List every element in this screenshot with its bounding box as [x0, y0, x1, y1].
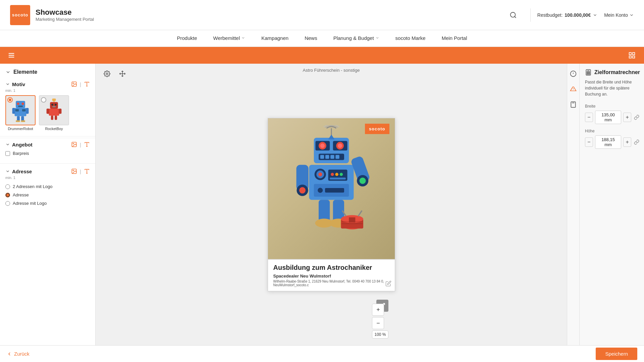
zoom-in-button[interactable]: + [372, 304, 384, 316]
navbar: Produkte Werbemittel Kampagnen News Plan… [0, 30, 644, 47]
adresse-option-1[interactable]: Adresse [5, 191, 90, 199]
svg-point-38 [73, 143, 73, 144]
svg-point-79 [359, 177, 366, 184]
edit-icon[interactable] [385, 281, 391, 288]
back-label: Zurück [14, 351, 30, 357]
svg-point-45 [106, 73, 108, 75]
svg-point-69 [339, 173, 343, 176]
crop-tool-button[interactable] [116, 68, 128, 80]
nav-planung-budget[interactable]: Planung & Budget [332, 30, 381, 47]
back-button[interactable]: Zurück [7, 351, 30, 357]
info-icon-button[interactable] [567, 68, 579, 80]
calculator-icon-button[interactable] [567, 99, 579, 111]
motiv-min-label: min. 1 [5, 88, 90, 93]
nav-produkte-label: Produkte [177, 35, 197, 41]
breite-minus-button[interactable]: − [585, 113, 593, 122]
svg-rect-33 [51, 116, 53, 120]
barpreis-row[interactable]: Barpreis [5, 149, 90, 158]
svg-rect-19 [22, 109, 26, 112]
nav-produkte[interactable]: Produkte [175, 30, 198, 47]
zoom-out-button[interactable]: − [372, 317, 384, 329]
main-layout: Elemente Motiv | [0, 64, 644, 345]
nav-planung-budget-label: Planung & Budget [333, 35, 374, 41]
svg-rect-73 [325, 188, 344, 192]
svg-point-76 [299, 187, 306, 193]
save-button[interactable]: Speichern [596, 348, 637, 360]
motiv-img-rocket [39, 95, 69, 125]
angebot-section-title[interactable]: Angebot | [5, 138, 90, 149]
toolbar-layout-button[interactable] [625, 49, 639, 62]
settings-tool-button[interactable] [101, 68, 113, 80]
ad-logo-badge: socoto [365, 124, 389, 134]
adresse-section-title[interactable]: Adresse | [5, 165, 90, 176]
restbudget[interactable]: Restbudget: 100.000,00€ [537, 12, 597, 18]
motiv-item-rocket[interactable]: RocketBoy [39, 95, 69, 131]
svg-line-1 [515, 16, 516, 18]
ad-headline: Ausbildung zum Astrochaniker [273, 264, 389, 272]
hoehe-minus-button[interactable]: − [585, 137, 593, 147]
adresse-option-0[interactable]: 2 Adressen mit Logo [5, 182, 90, 191]
motiv-section: Motiv | min. 1 [0, 78, 95, 135]
menu-toggle-button[interactable] [5, 49, 17, 61]
adresse-radio-1[interactable] [5, 193, 10, 197]
hoehe-plus-button[interactable]: + [623, 137, 631, 147]
hoehe-value: 188,15 mm [595, 135, 621, 149]
breite-value: 135,00 mm [595, 111, 621, 124]
warning-icon-button[interactable] [567, 83, 579, 95]
rocket-robot-image [42, 99, 66, 122]
svg-rect-23 [21, 116, 24, 121]
barpreis-checkbox[interactable] [5, 151, 10, 156]
svg-rect-70 [330, 177, 346, 179]
right-sidebar-icons [567, 64, 580, 345]
svg-point-10 [73, 83, 73, 83]
breite-link-icon[interactable] [633, 114, 640, 121]
nav-socoto-marke[interactable]: socoto Marke [394, 30, 427, 47]
mein-konto-button[interactable]: Mein Konto [604, 12, 634, 18]
sidebar-title-text: Elemente [13, 69, 37, 75]
bottom-bar: Zurück Speichern [0, 345, 644, 362]
breite-plus-button[interactable]: + [623, 113, 631, 122]
adresse-option-2[interactable]: Adresse mit Logo [5, 199, 90, 207]
motiv-radio-rocket [41, 97, 46, 103]
logo[interactable]: socoto [10, 5, 30, 25]
save-label: Speichern [605, 351, 628, 357]
ad-image-area: socoto [268, 118, 395, 259]
adresse-section-icons: | [71, 168, 90, 174]
toolbar-bar [0, 47, 644, 64]
svg-line-88 [358, 211, 362, 216]
svg-point-65 [318, 172, 322, 176]
svg-rect-5 [629, 53, 631, 55]
nav-mein-portal[interactable]: Mein Portal [440, 30, 469, 47]
hoehe-link-icon[interactable] [633, 139, 640, 145]
svg-point-15 [22, 103, 24, 105]
header: socoto Showcase Marketing Management Por… [0, 0, 644, 30]
svg-rect-57 [320, 155, 324, 159]
motiv-section-title[interactable]: Motiv | [5, 78, 90, 88]
nav-news[interactable]: News [303, 30, 319, 47]
svg-point-120 [588, 74, 589, 74]
zielformat-title: Zielformatrechner [585, 69, 640, 76]
sidebar-title: Elemente [0, 64, 95, 78]
svg-point-52 [320, 143, 324, 148]
angebot-section: Angebot | Barpreis [0, 138, 95, 162]
breite-label: Breite [585, 104, 640, 109]
svg-rect-18 [15, 109, 19, 112]
svg-point-115 [589, 72, 590, 72]
motiv-section-divider: | [80, 81, 81, 87]
motiv-text-icon [84, 81, 90, 87]
zielformat-calculator-icon [585, 69, 592, 76]
nav-mein-portal-label: Mein Portal [442, 35, 467, 41]
adresse-radio-0[interactable] [5, 184, 10, 189]
header-divider [530, 8, 531, 22]
nav-kampagnen[interactable]: Kampagnen [260, 30, 290, 47]
right-sidebar: Zielformatrechner Passt die Breite und H… [567, 64, 644, 345]
hoehe-label: Höhe [585, 129, 640, 133]
motiv-item-drummer[interactable]: DrummerRobot [5, 95, 36, 131]
svg-point-116 [587, 73, 588, 73]
svg-point-55 [338, 143, 342, 148]
adresse-radio-2[interactable] [5, 201, 10, 206]
svg-point-68 [335, 173, 338, 176]
ad-subline: Spacedealer Neu Wulmstorf [273, 274, 389, 279]
nav-werbemittel[interactable]: Werbemittel [212, 30, 247, 47]
search-button[interactable] [509, 11, 517, 19]
